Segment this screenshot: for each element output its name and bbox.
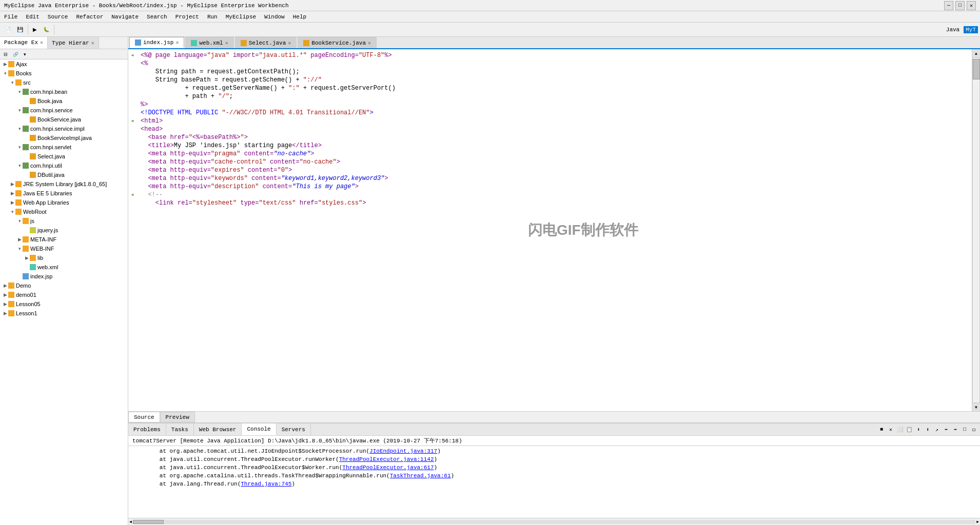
tree-arrow-1[interactable]: ▾ [2, 71, 8, 76]
tree-arrow-27[interactable]: ▶ [2, 311, 8, 316]
menu-item-search[interactable]: Search [143, 13, 171, 21]
tree-arrow-13[interactable]: ▶ [9, 181, 15, 187]
tree-arrow-9[interactable]: ▾ [16, 145, 23, 150]
toolbar-new[interactable]: 📄 [2, 25, 13, 34]
toolbar-run[interactable]: ▶ [30, 25, 40, 34]
tree-item-6[interactable]: BookService.java [0, 115, 128, 124]
console-btn-3[interactable]: 📋 [905, 426, 913, 434]
toolbar-save[interactable]: 💾 [14, 25, 26, 34]
sidebar-tab-package-close[interactable]: ✕ [40, 39, 43, 46]
bottom-tab-console[interactable]: Console [242, 423, 276, 435]
h-scroll-right[interactable]: ▶ [976, 519, 979, 524]
console-btn-0[interactable]: ■ [877, 426, 886, 434]
tree-item-0[interactable]: ▶Ajax [0, 59, 128, 69]
code-editor[interactable]: ◀<%@ page language="java" import="java.u… [128, 49, 972, 411]
minimize-button[interactable]: — [944, 1, 953, 10]
console-btn-6[interactable]: ↗ [933, 426, 941, 434]
editor-vertical-scrollbar[interactable]: ▲ ▼ [972, 49, 980, 411]
editor-tab-BookService-java[interactable]: BookService.java✕ [298, 37, 377, 48]
tree-item-25[interactable]: ▶demo01 [0, 290, 128, 299]
h-scroll-left[interactable]: ◀ [129, 519, 132, 524]
tree-item-15[interactable]: ▶Web App Libraries [0, 198, 128, 207]
tree-item-10[interactable]: Select.java [0, 152, 128, 161]
tree-item-27[interactable]: ▶Lesson1 [0, 309, 128, 318]
tree-arrow-15[interactable]: ▶ [9, 200, 15, 205]
tab-close-BookService.java[interactable]: ✕ [368, 40, 371, 46]
tree-item-8[interactable]: BookServiceImpl.java [0, 133, 128, 143]
tree-arrow-5[interactable]: ▾ [16, 108, 23, 113]
bottom-tab-web-browser[interactable]: Web Browser [194, 423, 242, 435]
tree-item-18[interactable]: jquery.js [0, 226, 128, 235]
tree-arrow-2[interactable]: ▾ [9, 80, 15, 85]
scroll-thumb[interactable] [973, 59, 980, 79]
tree-arrow-19[interactable]: ▶ [16, 237, 23, 242]
console-btn-7[interactable]: ⬅ [942, 426, 950, 434]
console-btn-9[interactable]: □ [961, 426, 969, 434]
console-link-TaskThread.java:61[interactable]: TaskThread.java:61 [390, 473, 451, 479]
console-link-ThreadPoolExecutor.java:1142[interactable]: ThreadPoolExecutor.java:1142 [339, 456, 434, 462]
console-btn-5[interactable]: ⬆ [924, 426, 932, 434]
tree-item-16[interactable]: ▾WebRoot [0, 207, 128, 216]
bottom-tab-tasks[interactable]: Tasks [166, 423, 194, 435]
menu-item-file[interactable]: File [0, 13, 22, 21]
menu-item-source[interactable]: Source [44, 13, 72, 21]
menu-item-edit[interactable]: Edit [22, 13, 43, 21]
menu-item-project[interactable]: Project [171, 13, 203, 21]
tree-item-21[interactable]: ▶lib [0, 253, 128, 262]
tree-arrow-11[interactable]: ▾ [16, 163, 23, 168]
editor-tab-Select-java[interactable]: Select.java✕ [235, 37, 297, 48]
tree-item-9[interactable]: ▾com.hnpi.servlet [0, 143, 128, 152]
sidebar-tab-hierarchy[interactable]: Type Hierar ✕ [48, 37, 99, 49]
tree-item-24[interactable]: ▶Demo [0, 281, 128, 290]
tree-item-13[interactable]: ▶JRE System Library [jdk1.8.0_65] [0, 179, 128, 189]
sidebar-collapse-all[interactable]: ⊟ [1, 50, 10, 58]
console-btn-1[interactable]: ✕ [887, 426, 895, 434]
tree-item-4[interactable]: Book.java [0, 96, 128, 106]
tab-close-web.xml[interactable]: ✕ [225, 40, 228, 46]
editor-bottom-tab-preview[interactable]: Preview [160, 412, 195, 422]
sidebar-menu[interactable]: ▾ [21, 50, 29, 58]
menu-item-run[interactable]: Run [203, 13, 222, 21]
tree-arrow-20[interactable]: ▾ [16, 246, 23, 251]
tree-item-23[interactable]: index.jsp [0, 272, 128, 281]
scroll-down-arrow[interactable]: ▼ [972, 403, 981, 411]
tree-arrow-17[interactable]: ▾ [16, 218, 23, 224]
tree-arrow-16[interactable]: ▾ [9, 209, 15, 214]
h-scroll-thumb[interactable] [133, 520, 164, 524]
tree-arrow-25[interactable]: ▶ [2, 292, 8, 297]
tree-item-17[interactable]: ▾js [0, 216, 128, 226]
console-btn-4[interactable]: ⬇ [914, 426, 923, 434]
tree-arrow-7[interactable]: ▾ [16, 126, 23, 131]
sidebar-tab-package[interactable]: Package Ex ✕ [0, 37, 48, 49]
editor-tab-index-jsp[interactable]: index.jsp✕ [129, 37, 184, 48]
tab-close-index.jsp[interactable]: ✕ [175, 39, 179, 46]
tree-arrow-26[interactable]: ▶ [2, 301, 8, 307]
tree-item-2[interactable]: ▾src [0, 78, 128, 87]
tree-item-5[interactable]: ▾com.hnpi.service [0, 106, 128, 115]
tree-item-20[interactable]: ▾WEB-INF [0, 244, 128, 253]
h-scroll-track[interactable] [133, 520, 975, 524]
menu-item-myeclipse[interactable]: MyEclipse [222, 13, 260, 21]
maximize-button[interactable]: □ [955, 1, 965, 10]
console-btn-2[interactable]: ⬜ [896, 426, 904, 434]
tree-item-26[interactable]: ▶Lesson05 [0, 299, 128, 309]
tree-item-14[interactable]: ▶Java EE 5 Libraries [0, 189, 128, 198]
tree-item-3[interactable]: ▾com.hnpi.bean [0, 87, 128, 96]
tree-arrow-14[interactable]: ▶ [9, 191, 15, 196]
scroll-up-arrow[interactable]: ▲ [972, 49, 981, 57]
scroll-track[interactable] [972, 57, 980, 403]
tree-item-7[interactable]: ▾com.hnpi.service.impl [0, 124, 128, 133]
toolbar-debug[interactable]: 🐛 [41, 25, 52, 34]
tree-arrow-24[interactable]: ▶ [2, 283, 8, 288]
editor-tab-web-xml[interactable]: web.xml✕ [185, 37, 233, 48]
bottom-tab-servers[interactable]: Servers [277, 423, 311, 435]
bottom-tab-problems[interactable]: Problems [128, 423, 166, 435]
console-btn-8[interactable]: ➡ [951, 426, 959, 434]
sidebar-link-editor[interactable]: 🔗 [10, 50, 21, 58]
menu-item-window[interactable]: Window [260, 13, 289, 21]
sidebar-tab-hierarchy-close[interactable]: ✕ [91, 40, 94, 46]
menu-item-navigate[interactable]: Navigate [107, 13, 143, 21]
tree-arrow-21[interactable]: ▶ [24, 255, 30, 260]
tree-item-19[interactable]: ▶META-INF [0, 235, 128, 244]
editor-bottom-tab-source[interactable]: Source [128, 412, 160, 422]
